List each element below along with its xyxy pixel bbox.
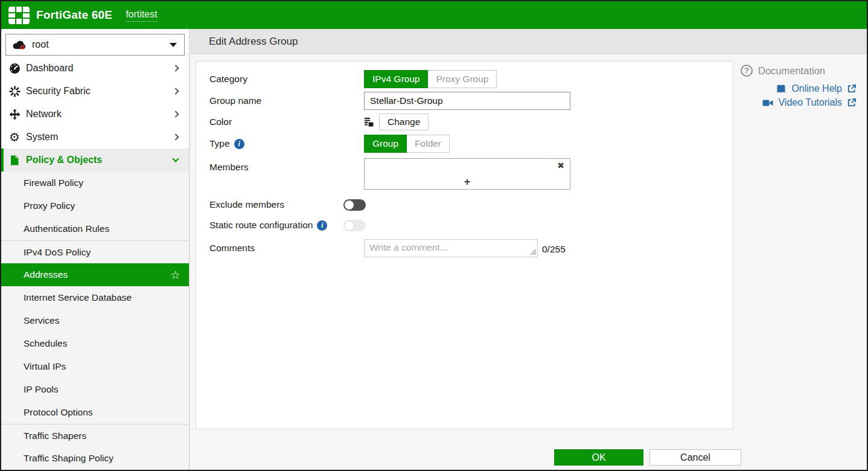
sidebar-subitem[interactable]: Schedules <box>1 332 189 355</box>
vdom-cloud-icon <box>12 40 27 50</box>
top-header-bar: FortiGate 60E fortitest <box>1 1 867 29</box>
cancel-button[interactable]: Cancel <box>649 449 741 466</box>
video-camera-icon <box>762 98 773 107</box>
color-change-button[interactable]: Change <box>379 114 429 130</box>
static-route-label-text: Static route configuration <box>209 220 313 231</box>
sidebar-subitem[interactable]: Traffic Shaping Policy <box>1 447 189 470</box>
page-titlebar: Edit Address Group <box>190 29 867 54</box>
external-link-icon <box>847 84 857 94</box>
segment-option[interactable]: Group <box>364 135 407 153</box>
info-icon[interactable]: i <box>234 139 244 149</box>
device-model-title: FortiGate 60E <box>36 8 112 22</box>
exclude-members-label: Exclude members <box>196 199 343 210</box>
content-area: Edit Address Group Category IPv4 GroupPr… <box>190 29 867 470</box>
segment-option[interactable]: Folder <box>407 135 450 153</box>
ok-button[interactable]: OK <box>554 449 643 466</box>
category-label: Category <box>196 74 364 85</box>
sidebar-subitem[interactable]: Services <box>1 309 189 332</box>
sidebar-subnav: Firewall Policy Proxy Policy Authenticat… <box>1 171 189 470</box>
documentation-header: ? Documentation <box>741 65 857 77</box>
sidebar-subitem[interactable]: Protocol Options <box>1 401 189 424</box>
type-label-text: Type <box>209 138 230 149</box>
sidebar-subitem-label: Schedules <box>24 338 180 349</box>
sidebar-item-label: Dashboard <box>26 63 173 74</box>
static-route-toggle[interactable] <box>343 220 366 231</box>
group-name-input[interactable] <box>364 92 570 110</box>
sidebar-item-dashboard[interactable]: Dashboard <box>1 57 189 80</box>
sidebar-subitem[interactable]: IPv4 DoS Policy <box>1 240 189 263</box>
video-tutorials-label: Video Tutorials <box>778 97 842 108</box>
sidebar-item-system[interactable]: ⚙ System <box>1 126 189 149</box>
sidebar-subitem-label: Virtual IPs <box>24 361 180 372</box>
hostname-link[interactable]: fortitest <box>126 9 157 22</box>
system-gear-icon: ⚙ <box>9 131 25 143</box>
members-label: Members <box>196 162 364 173</box>
sidebar-subitem[interactable]: IP Pools <box>1 378 189 401</box>
sidebar-subitem[interactable]: Virtual IPs <box>1 355 189 378</box>
segment-option[interactable]: IPv4 Group <box>364 70 428 88</box>
help-question-icon: ? <box>741 65 753 77</box>
fortinet-logo-icon <box>8 7 30 24</box>
comments-char-counter: 0/255 <box>542 244 566 257</box>
app-window: FortiGate 60E fortitest root Dashboard S… <box>0 0 868 471</box>
sidebar-subitem-label: Protocol Options <box>24 407 180 418</box>
sidebar-item-security-fabric[interactable]: Security Fabric <box>1 80 189 103</box>
sidebar-subitem-label: Firewall Policy <box>24 178 180 188</box>
sidebar-item-network[interactable]: Network <box>1 103 189 126</box>
type-label: Type i <box>196 138 364 149</box>
sidebar-subitem[interactable]: Addresses ☆ <box>1 263 189 286</box>
security-fabric-icon <box>9 86 25 97</box>
sidebar: root Dashboard Security Fabric Network <box>1 29 190 470</box>
add-member-button[interactable]: + <box>464 176 471 188</box>
sidebar-subitem[interactable]: Proxy Policy <box>1 194 189 217</box>
chevron-right-icon <box>172 111 179 117</box>
sidebar-subitem-label: Traffic Shaping Policy <box>24 453 180 464</box>
segment-option[interactable]: Proxy Group <box>428 70 497 88</box>
info-icon[interactable]: i <box>317 220 327 231</box>
content-body: Category IPv4 GroupProxy Group Group nam… <box>190 54 867 470</box>
network-arrows-icon <box>9 109 25 120</box>
favorite-star-icon[interactable]: ☆ <box>170 269 180 281</box>
clear-members-icon[interactable]: ✖ <box>557 161 564 170</box>
sidebar-item-label: Network <box>26 109 173 120</box>
sidebar-subitem[interactable]: Internet Service Database <box>1 286 189 309</box>
form-footer: OK Cancel <box>554 449 741 466</box>
online-help-label: Online Help <box>791 83 842 94</box>
external-link-icon <box>847 98 857 107</box>
vdom-value: root <box>32 39 170 50</box>
comments-label: Comments <box>196 243 364 254</box>
page-title: Edit Address Group <box>209 36 298 48</box>
sidebar-subitem-label: Internet Service Database <box>24 292 180 303</box>
comments-input[interactable] <box>364 239 538 257</box>
exclude-members-toggle[interactable] <box>343 199 366 211</box>
chevron-right-icon <box>172 133 179 140</box>
sidebar-item-label: Policy & Objects <box>26 155 173 165</box>
sidebar-subitem-label: IPv4 DoS Policy <box>24 247 180 258</box>
sidebar-subitem-label: Proxy Policy <box>24 200 180 211</box>
chevron-down-icon <box>170 43 177 47</box>
vdom-selector[interactable]: root <box>5 34 185 56</box>
sidebar-subitem-label: IP Pools <box>24 384 180 395</box>
color-swatch-icon <box>364 117 374 127</box>
sidebar-item-label: System <box>26 132 173 143</box>
sidebar-subitem[interactable]: Firewall Policy <box>1 171 189 194</box>
sidebar-item-policy-objects[interactable]: Policy & Objects <box>1 149 189 171</box>
book-icon <box>776 84 787 94</box>
sidebar-subitem-label: Addresses <box>24 269 170 280</box>
static-route-label: Static route configuration i <box>196 220 343 231</box>
category-segmented-control: IPv4 GroupProxy Group <box>364 70 497 88</box>
sidebar-subitem-label: Traffic Shapers <box>24 431 180 441</box>
online-help-link[interactable]: Online Help <box>776 83 857 94</box>
chevron-down-icon <box>172 155 179 162</box>
video-tutorials-link[interactable]: Video Tutorials <box>762 97 857 108</box>
sidebar-subitem[interactable]: Traffic Shapers <box>1 424 189 447</box>
type-segmented-control: GroupFolder <box>364 135 450 153</box>
members-box[interactable]: ✖ + <box>364 158 570 190</box>
chevron-right-icon <box>172 88 179 94</box>
dashboard-gauge-icon <box>9 63 25 74</box>
chevron-right-icon <box>172 65 179 71</box>
group-name-label: Group name <box>196 95 364 106</box>
sidebar-subitem[interactable]: Authentication Rules <box>1 217 189 240</box>
edit-address-group-form: Category IPv4 GroupProxy Group Group nam… <box>196 61 733 429</box>
documentation-panel: ? Documentation Online Help Video Tutori… <box>741 65 857 108</box>
